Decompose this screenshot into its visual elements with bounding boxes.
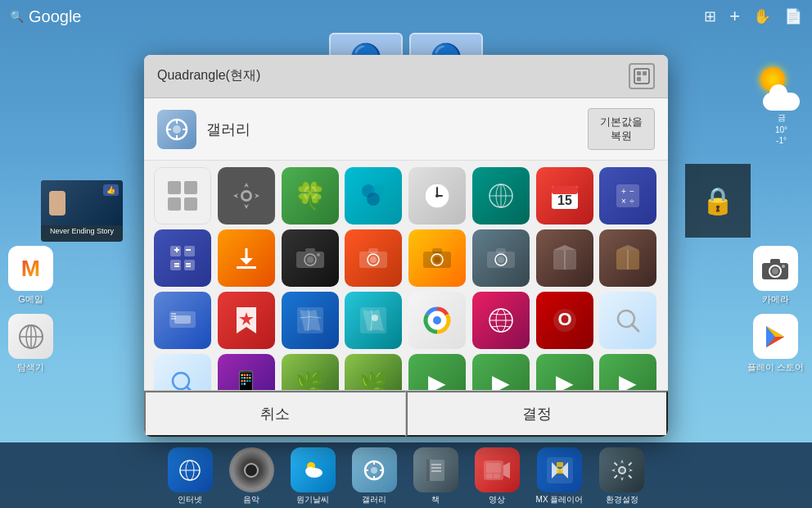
svg-point-66	[317, 253, 320, 256]
svg-rect-24	[184, 181, 197, 194]
svg-rect-43	[616, 184, 639, 207]
dialog-header-icon[interactable]	[629, 63, 655, 89]
svg-rect-14	[637, 71, 641, 75]
svg-text:15: 15	[557, 193, 572, 207]
grid-app-clover[interactable]: 🍀	[282, 167, 339, 225]
grid-app-globe[interactable]	[472, 292, 530, 349]
dialog-title: Quadrangle(현재)	[157, 67, 260, 84]
cancel-button[interactable]: 취소	[144, 391, 406, 437]
grid-app-camera1[interactable]	[282, 229, 339, 287]
svg-rect-70	[368, 248, 378, 253]
svg-rect-23	[168, 181, 181, 194]
grid-app-green1[interactable]: ▶	[408, 354, 466, 390]
svg-point-31	[367, 193, 380, 206]
gallery-app-icon	[157, 110, 196, 149]
svg-point-18	[173, 125, 181, 134]
grid-app-calculator[interactable]: + − × ÷	[599, 167, 656, 225]
svg-rect-51	[184, 260, 195, 270]
svg-point-77	[498, 256, 504, 263]
svg-point-64	[307, 256, 314, 263]
grid-app-calendar[interactable]: 15	[536, 167, 593, 225]
svg-point-73	[434, 256, 440, 263]
grid-app-chrome[interactable]	[408, 292, 466, 349]
grid-app-box2[interactable]	[599, 229, 656, 287]
svg-point-97	[433, 316, 441, 324]
gallery-row: 갤러리 기본값을 복원	[144, 98, 668, 161]
svg-marker-60	[240, 258, 253, 265]
app-picker-dialog: Quadrangle(현재)	[144, 55, 668, 438]
grid-app-clock[interactable]	[408, 167, 466, 225]
grid-app-search2[interactable]	[154, 354, 211, 390]
svg-rect-26	[184, 197, 197, 211]
svg-rect-86	[174, 315, 191, 324]
grid-app-launcher[interactable]	[154, 167, 211, 225]
grid-app-bookmark[interactable]	[218, 292, 275, 349]
grid-app-camera3[interactable]	[408, 229, 466, 287]
dialog-header: Quadrangle(현재)	[144, 55, 668, 98]
grid-app-lime2[interactable]: 🌿	[345, 354, 402, 390]
svg-line-106	[187, 387, 193, 390]
svg-line-104	[632, 324, 638, 331]
svg-rect-50	[170, 260, 181, 270]
svg-rect-49	[184, 246, 195, 256]
svg-text:×: ×	[621, 197, 626, 206]
gallery-info: 갤러리	[157, 110, 250, 149]
svg-rect-65	[305, 248, 315, 253]
app-grid: 🍀	[144, 161, 668, 390]
svg-point-28	[243, 193, 250, 199]
svg-point-69	[370, 256, 377, 263]
gallery-name-label: 갤러리	[206, 120, 250, 139]
svg-marker-83	[616, 245, 639, 250]
grid-app-camera2[interactable]	[345, 229, 402, 287]
grid-app-map1[interactable]	[282, 292, 339, 349]
restore-button[interactable]: 기본값을 복원	[588, 108, 655, 151]
svg-text:+: +	[621, 187, 626, 196]
grid-app-map2[interactable]	[345, 292, 402, 349]
svg-text:O: O	[557, 309, 571, 329]
svg-point-93	[372, 315, 378, 321]
grid-app-cloud[interactable]	[154, 292, 211, 349]
svg-rect-25	[168, 197, 181, 211]
grid-app-world-clock[interactable]	[472, 167, 530, 225]
dialog-overlay: Quadrangle(현재)	[0, 0, 812, 508]
svg-point-35	[435, 194, 439, 197]
svg-rect-16	[637, 77, 641, 81]
svg-rect-13	[634, 69, 649, 84]
grid-app-green2[interactable]: ▶	[472, 354, 530, 390]
grid-app-camera4[interactable]	[472, 229, 530, 287]
grid-app-settings[interactable]	[218, 167, 275, 225]
dialog-buttons: 취소 결정	[144, 390, 668, 437]
grid-app-green4[interactable]: ▶	[599, 354, 656, 390]
grid-app-download[interactable]	[218, 229, 275, 287]
svg-rect-48	[170, 246, 181, 256]
svg-text:−: −	[629, 187, 634, 196]
grid-app-purple-app[interactable]: 📱	[218, 354, 275, 390]
svg-text:÷: ÷	[630, 197, 635, 206]
grid-app-opera[interactable]: O	[536, 292, 593, 349]
svg-rect-15	[643, 71, 647, 75]
svg-rect-74	[432, 248, 442, 253]
grid-app-lime1[interactable]: 🌿	[282, 354, 339, 390]
grid-app-green3[interactable]: ▶	[536, 354, 593, 390]
svg-rect-61	[237, 266, 256, 269]
grid-app-sync[interactable]	[345, 167, 402, 225]
svg-marker-80	[553, 245, 576, 250]
svg-rect-78	[496, 248, 506, 253]
confirm-button[interactable]: 결정	[406, 391, 669, 437]
grid-app-box1[interactable]	[536, 229, 593, 287]
grid-app-calc2[interactable]	[154, 229, 211, 287]
grid-app-search[interactable]	[599, 292, 656, 349]
